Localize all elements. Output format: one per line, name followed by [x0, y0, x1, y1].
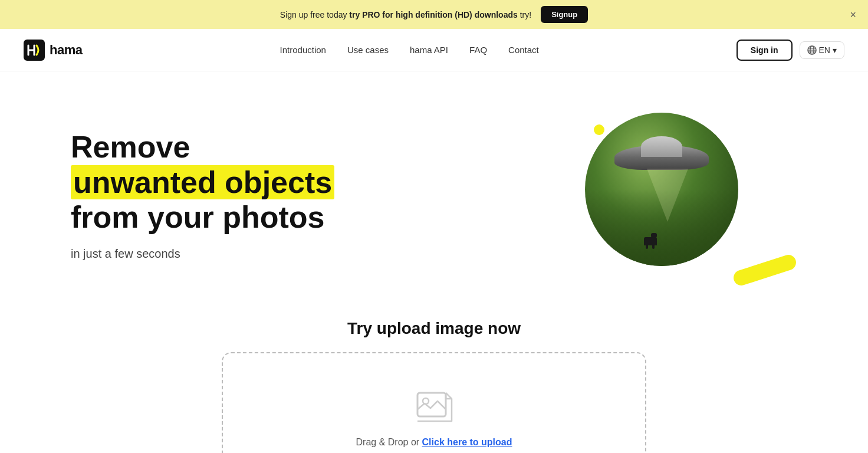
close-banner-button[interactable]: ×	[850, 9, 856, 20]
try-upload-section: Try upload image now Drag & Drop or Clic…	[0, 307, 868, 453]
nav-item-contact[interactable]: Contact	[508, 45, 539, 55]
sign-in-button[interactable]: Sign in	[737, 40, 793, 61]
chevron-down-icon: ▾	[833, 45, 837, 55]
signup-button[interactable]: Signup	[541, 6, 588, 23]
click-upload-link[interactable]: Click here to upload	[422, 437, 512, 447]
hero-title: Remove unwanted objects from your photos	[71, 130, 334, 235]
hero-illustration	[550, 107, 797, 284]
nav-actions: Sign in EN ▾	[737, 40, 844, 61]
upload-icon-wrap	[413, 386, 455, 428]
promo-banner: Sign up free today try PRO for high defi…	[0, 0, 868, 29]
hero-subtitle: in just a few seconds	[71, 247, 334, 261]
try-upload-title: Try upload image now	[71, 319, 797, 338]
deco-circle-tiny	[594, 124, 604, 135]
nav-item-hama-api[interactable]: hama API	[410, 45, 448, 55]
nav-item-use-cases[interactable]: Use cases	[347, 45, 389, 55]
svg-point-7	[423, 398, 429, 404]
upload-dropzone[interactable]: Drag & Drop or Click here to upload	[222, 352, 646, 453]
navbar: hama Introduction Use cases hama API FAQ…	[0, 29, 868, 71]
language-selector[interactable]: EN ▾	[800, 41, 844, 59]
logo-label: hama	[50, 42, 82, 58]
hero-section: Remove unwanted objects from your photos…	[0, 71, 868, 307]
nav-links: Introduction Use cases hama API FAQ Cont…	[280, 45, 539, 55]
hero-text: Remove unwanted objects from your photos…	[71, 130, 334, 261]
main-scene-circle	[585, 113, 738, 266]
image-upload-icon	[415, 388, 453, 426]
hama-logo-icon	[24, 40, 45, 61]
lang-code: EN	[819, 45, 830, 55]
banner-text: Sign up free today try PRO for high defi…	[280, 10, 531, 19]
nav-item-faq[interactable]: FAQ	[469, 45, 487, 55]
upload-instructions: Drag & Drop or Click here to upload	[356, 437, 512, 448]
deco-yellow-bar	[732, 253, 798, 288]
logo[interactable]: hama	[24, 40, 82, 61]
globe-icon	[807, 45, 817, 55]
nav-item-introduction[interactable]: Introduction	[280, 45, 326, 55]
